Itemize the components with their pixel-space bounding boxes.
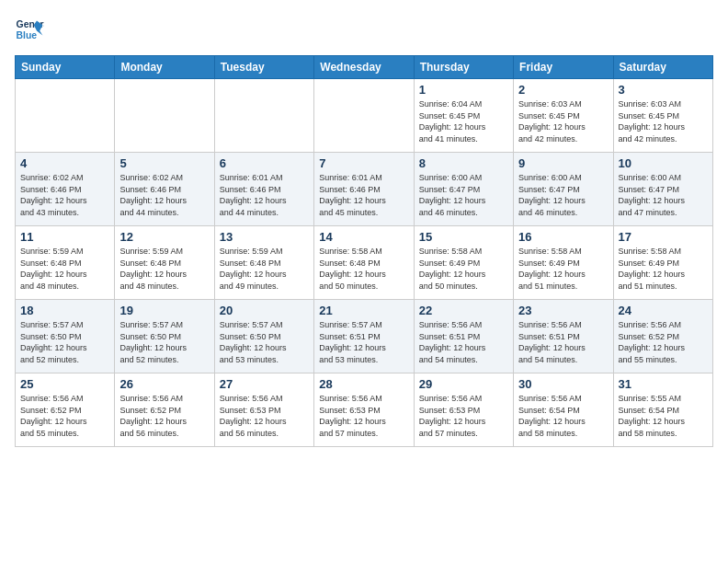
day-info: Sunrise: 5:56 AM Sunset: 6:51 PM Dayligh… bbox=[419, 319, 508, 365]
day-info: Sunrise: 5:56 AM Sunset: 6:53 PM Dayligh… bbox=[220, 393, 309, 439]
calendar-cell: 21Sunrise: 5:57 AM Sunset: 6:51 PM Dayli… bbox=[314, 300, 414, 373]
day-info: Sunrise: 5:58 AM Sunset: 6:49 PM Dayligh… bbox=[518, 246, 608, 292]
header-tuesday: Tuesday bbox=[214, 56, 313, 79]
calendar-cell: 13Sunrise: 5:59 AM Sunset: 6:48 PM Dayli… bbox=[214, 226, 313, 300]
calendar-cell: 27Sunrise: 5:56 AM Sunset: 6:53 PM Dayli… bbox=[214, 373, 313, 447]
day-info: Sunrise: 5:57 AM Sunset: 6:50 PM Dayligh… bbox=[119, 319, 209, 365]
header-monday: Monday bbox=[115, 56, 214, 79]
calendar-cell bbox=[214, 79, 313, 153]
day-number: 26 bbox=[119, 377, 209, 391]
day-info: Sunrise: 5:56 AM Sunset: 6:51 PM Dayligh… bbox=[518, 319, 608, 365]
day-info: Sunrise: 5:58 AM Sunset: 6:48 PM Dayligh… bbox=[319, 246, 408, 292]
logo-icon: General Blue bbox=[15, 15, 44, 44]
day-number: 14 bbox=[319, 230, 408, 244]
day-info: Sunrise: 5:59 AM Sunset: 6:48 PM Dayligh… bbox=[20, 246, 109, 292]
day-info: Sunrise: 6:00 AM Sunset: 6:47 PM Dayligh… bbox=[419, 172, 508, 218]
day-number: 30 bbox=[518, 377, 608, 391]
day-info: Sunrise: 5:56 AM Sunset: 6:52 PM Dayligh… bbox=[619, 319, 708, 365]
day-info: Sunrise: 5:56 AM Sunset: 6:52 PM Dayligh… bbox=[20, 393, 109, 439]
day-number: 13 bbox=[220, 230, 309, 244]
calendar-cell: 31Sunrise: 5:55 AM Sunset: 6:54 PM Dayli… bbox=[613, 373, 712, 447]
day-number: 21 bbox=[319, 304, 408, 317]
day-number: 27 bbox=[220, 377, 309, 391]
calendar-cell: 8Sunrise: 6:00 AM Sunset: 6:47 PM Daylig… bbox=[414, 153, 513, 226]
calendar-cell: 12Sunrise: 5:59 AM Sunset: 6:48 PM Dayli… bbox=[115, 226, 214, 300]
day-number: 19 bbox=[119, 304, 209, 317]
week-row-5: 25Sunrise: 5:56 AM Sunset: 6:52 PM Dayli… bbox=[16, 373, 713, 447]
calendar-cell: 6Sunrise: 6:01 AM Sunset: 6:46 PM Daylig… bbox=[214, 153, 313, 226]
calendar-cell: 22Sunrise: 5:56 AM Sunset: 6:51 PM Dayli… bbox=[414, 300, 513, 373]
calendar-cell bbox=[115, 79, 214, 153]
header-saturday: Saturday bbox=[613, 56, 712, 79]
day-number: 9 bbox=[518, 156, 608, 170]
day-info: Sunrise: 6:02 AM Sunset: 6:46 PM Dayligh… bbox=[119, 172, 209, 218]
day-number: 6 bbox=[220, 156, 309, 170]
calendar-cell: 9Sunrise: 6:00 AM Sunset: 6:47 PM Daylig… bbox=[514, 153, 613, 226]
calendar-cell: 14Sunrise: 5:58 AM Sunset: 6:48 PM Dayli… bbox=[314, 226, 414, 300]
calendar-cell: 17Sunrise: 5:58 AM Sunset: 6:49 PM Dayli… bbox=[613, 226, 712, 300]
calendar-cell: 11Sunrise: 5:59 AM Sunset: 6:48 PM Dayli… bbox=[16, 226, 115, 300]
calendar-cell: 26Sunrise: 5:56 AM Sunset: 6:52 PM Dayli… bbox=[115, 373, 214, 447]
day-info: Sunrise: 5:57 AM Sunset: 6:50 PM Dayligh… bbox=[220, 319, 309, 365]
calendar-cell: 30Sunrise: 5:56 AM Sunset: 6:54 PM Dayli… bbox=[514, 373, 613, 447]
day-number: 23 bbox=[518, 304, 608, 317]
day-number: 31 bbox=[619, 377, 708, 391]
svg-text:Blue: Blue bbox=[17, 30, 38, 40]
calendar-cell: 29Sunrise: 5:56 AM Sunset: 6:53 PM Dayli… bbox=[414, 373, 513, 447]
calendar-table: SundayMondayTuesdayWednesdayThursdayFrid… bbox=[15, 55, 713, 447]
calendar-cell bbox=[16, 79, 115, 153]
day-info: Sunrise: 6:03 AM Sunset: 6:45 PM Dayligh… bbox=[619, 98, 708, 144]
day-info: Sunrise: 6:00 AM Sunset: 6:47 PM Dayligh… bbox=[619, 172, 708, 218]
header-wednesday: Wednesday bbox=[314, 56, 414, 79]
week-row-1: 1Sunrise: 6:04 AM Sunset: 6:45 PM Daylig… bbox=[16, 79, 713, 153]
day-number: 28 bbox=[319, 377, 408, 391]
day-number: 12 bbox=[119, 230, 209, 244]
day-number: 20 bbox=[220, 304, 309, 317]
day-info: Sunrise: 5:56 AM Sunset: 6:52 PM Dayligh… bbox=[119, 393, 209, 439]
day-info: Sunrise: 5:58 AM Sunset: 6:49 PM Dayligh… bbox=[619, 246, 708, 292]
day-info: Sunrise: 5:56 AM Sunset: 6:53 PM Dayligh… bbox=[319, 393, 408, 439]
calendar-cell: 18Sunrise: 5:57 AM Sunset: 6:50 PM Dayli… bbox=[16, 300, 115, 373]
calendar-body: 1Sunrise: 6:04 AM Sunset: 6:45 PM Daylig… bbox=[16, 79, 713, 447]
day-number: 24 bbox=[619, 304, 708, 317]
calendar-cell bbox=[314, 79, 414, 153]
day-number: 5 bbox=[119, 156, 209, 170]
day-info: Sunrise: 6:01 AM Sunset: 6:46 PM Dayligh… bbox=[220, 172, 309, 218]
day-number: 1 bbox=[419, 83, 508, 97]
calendar-cell: 20Sunrise: 5:57 AM Sunset: 6:50 PM Dayli… bbox=[214, 300, 313, 373]
day-info: Sunrise: 5:55 AM Sunset: 6:54 PM Dayligh… bbox=[619, 393, 708, 439]
day-number: 11 bbox=[20, 230, 109, 244]
day-number: 10 bbox=[619, 156, 708, 170]
day-info: Sunrise: 5:56 AM Sunset: 6:53 PM Dayligh… bbox=[419, 393, 508, 439]
day-number: 4 bbox=[20, 156, 109, 170]
day-number: 25 bbox=[20, 377, 109, 391]
day-number: 16 bbox=[518, 230, 608, 244]
day-info: Sunrise: 6:00 AM Sunset: 6:47 PM Dayligh… bbox=[518, 172, 608, 218]
calendar-cell: 23Sunrise: 5:56 AM Sunset: 6:51 PM Dayli… bbox=[514, 300, 613, 373]
day-info: Sunrise: 5:58 AM Sunset: 6:49 PM Dayligh… bbox=[419, 246, 508, 292]
header-friday: Friday bbox=[514, 56, 613, 79]
header-sunday: Sunday bbox=[16, 56, 115, 79]
calendar-header: SundayMondayTuesdayWednesdayThursdayFrid… bbox=[16, 56, 713, 79]
calendar-cell: 3Sunrise: 6:03 AM Sunset: 6:45 PM Daylig… bbox=[613, 79, 712, 153]
week-row-3: 11Sunrise: 5:59 AM Sunset: 6:48 PM Dayli… bbox=[16, 226, 713, 300]
day-info: Sunrise: 5:59 AM Sunset: 6:48 PM Dayligh… bbox=[220, 246, 309, 292]
week-row-2: 4Sunrise: 6:02 AM Sunset: 6:46 PM Daylig… bbox=[16, 153, 713, 226]
day-info: Sunrise: 5:59 AM Sunset: 6:48 PM Dayligh… bbox=[119, 246, 209, 292]
calendar-cell: 19Sunrise: 5:57 AM Sunset: 6:50 PM Dayli… bbox=[115, 300, 214, 373]
logo: General Blue bbox=[15, 15, 48, 44]
day-number: 15 bbox=[419, 230, 508, 244]
calendar-cell: 16Sunrise: 5:58 AM Sunset: 6:49 PM Dayli… bbox=[514, 226, 613, 300]
day-number: 29 bbox=[419, 377, 508, 391]
day-info: Sunrise: 6:03 AM Sunset: 6:45 PM Dayligh… bbox=[518, 98, 608, 144]
week-row-4: 18Sunrise: 5:57 AM Sunset: 6:50 PM Dayli… bbox=[16, 300, 713, 373]
day-number: 7 bbox=[319, 156, 408, 170]
day-number: 8 bbox=[419, 156, 508, 170]
day-info: Sunrise: 6:01 AM Sunset: 6:46 PM Dayligh… bbox=[319, 172, 408, 218]
calendar-cell: 4Sunrise: 6:02 AM Sunset: 6:46 PM Daylig… bbox=[16, 153, 115, 226]
calendar-cell: 10Sunrise: 6:00 AM Sunset: 6:47 PM Dayli… bbox=[613, 153, 712, 226]
calendar-cell: 15Sunrise: 5:58 AM Sunset: 6:49 PM Dayli… bbox=[414, 226, 513, 300]
day-info: Sunrise: 6:02 AM Sunset: 6:46 PM Dayligh… bbox=[20, 172, 109, 218]
day-number: 17 bbox=[619, 230, 708, 244]
day-number: 22 bbox=[419, 304, 508, 317]
